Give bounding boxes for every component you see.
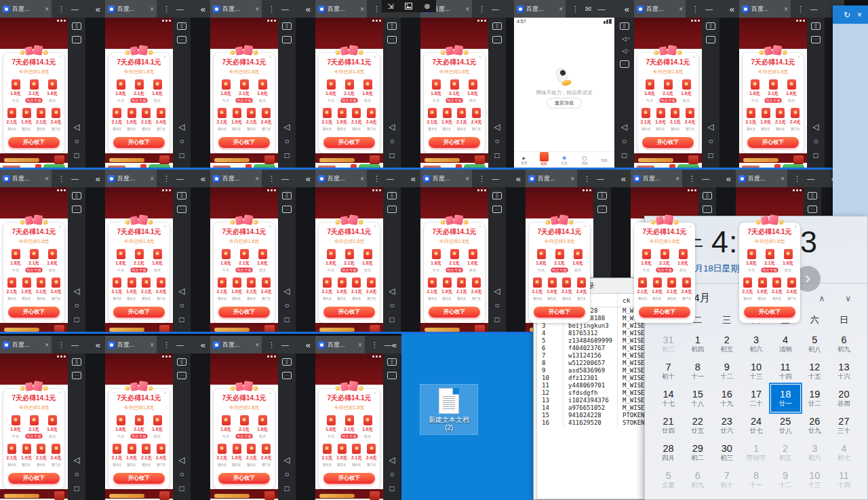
- collapse-sidebar-icon[interactable]: «: [201, 174, 205, 184]
- tab-close-icon[interactable]: ×: [360, 5, 364, 13]
- strip-green-button[interactable]: [677, 164, 699, 168]
- keyboard-icon[interactable]: ⣿: [492, 22, 502, 30]
- more-tools-icon[interactable]: ···: [808, 206, 817, 213]
- keyboard-icon[interactable]: ⣿: [492, 192, 502, 199]
- calendar-day-cell[interactable]: 6 初九: [683, 466, 712, 493]
- android-back-icon[interactable]: ◁: [73, 456, 79, 464]
- calendar-day-cell[interactable]: 3 初六: [741, 330, 770, 358]
- more-tools-icon[interactable]: ···: [492, 36, 502, 43]
- strip-green-button[interactable]: [783, 164, 804, 168]
- keyboard-icon[interactable]: ⣿: [620, 22, 629, 30]
- menu-icon[interactable]: ⋮: [371, 341, 378, 349]
- calendar-day-cell[interactable]: 2 初五: [771, 439, 800, 466]
- android-back-icon[interactable]: ◁: [283, 123, 290, 131]
- minimize-icon[interactable]: —: [597, 174, 604, 182]
- more-tools-icon[interactable]: ···: [703, 206, 712, 213]
- calendar-day-cell[interactable]: 8 十一: [741, 466, 770, 493]
- android-back-icon[interactable]: ◁: [389, 123, 395, 131]
- android-recents-icon[interactable]: □: [494, 315, 499, 324]
- calendar-day-cell[interactable]: 14 十七: [654, 385, 683, 412]
- android-recents-icon[interactable]: □: [74, 315, 79, 324]
- calendar-day-cell[interactable]: 26 廿九: [800, 412, 829, 439]
- more-tools-icon[interactable]: ···: [387, 36, 397, 43]
- calendar-day-cell[interactable]: 30 初三: [712, 439, 741, 466]
- browser-tab[interactable]: 百度... ×: [526, 170, 577, 187]
- keyboard-icon[interactable]: ⣿: [387, 192, 397, 199]
- browser-tab[interactable]: 百度... ×: [420, 170, 472, 187]
- calendar-day-cell[interactable]: 15 十八: [683, 385, 712, 412]
- tab-close-icon[interactable]: ×: [781, 175, 785, 182]
- android-home-icon[interactable]: ○: [179, 470, 184, 478]
- menu-icon[interactable]: ⋮: [478, 174, 486, 183]
- calendar-day-cell[interactable]: 3 初六: [800, 439, 829, 466]
- android-recents-icon[interactable]: □: [389, 151, 394, 159]
- calendar-day-cell[interactable]: 24 廿七: [741, 412, 770, 439]
- android-back-icon[interactable]: ◁: [812, 123, 818, 131]
- minimize-icon[interactable]: —: [492, 5, 499, 13]
- collapse-sidebar-icon[interactable]: «: [621, 174, 626, 184]
- retry-button[interactable]: 重新加载: [547, 98, 582, 109]
- android-back-icon[interactable]: ◁: [389, 287, 395, 295]
- android-recents-icon[interactable]: □: [74, 484, 79, 493]
- keyboard-icon[interactable]: ⣿: [282, 358, 292, 366]
- tab-close-icon[interactable]: ×: [45, 5, 49, 13]
- keyboard-icon[interactable]: ⣿: [177, 22, 186, 30]
- calendar-day-cell[interactable]: 27 三十: [829, 412, 859, 439]
- collapse-sidebar-icon[interactable]: «: [96, 4, 100, 14]
- collapse-sidebar-icon[interactable]: «: [306, 340, 311, 350]
- calendar-day-cell[interactable]: 10 十三: [741, 358, 770, 385]
- accept-red-packet-button[interactable]: 开心收下: [8, 473, 60, 484]
- calendar-day-cell[interactable]: 23 廿六: [712, 412, 741, 439]
- phone-nav-item[interactable]: 消息: [574, 152, 595, 168]
- strip-green-button[interactable]: [464, 164, 486, 168]
- minimize-icon[interactable]: —: [810, 5, 818, 13]
- volume-up-icon[interactable]: ◁: [622, 36, 627, 42]
- menu-icon[interactable]: ⋮: [572, 5, 579, 14]
- collapse-sidebar-icon[interactable]: «: [96, 174, 100, 184]
- volume-down-icon[interactable]: ◁: [622, 48, 627, 54]
- calendar-day-cell[interactable]: 7 初十: [712, 466, 741, 493]
- keyboard-icon[interactable]: ⣿: [282, 192, 292, 199]
- browser-tab[interactable]: 百度... ×: [210, 336, 262, 353]
- keyboard-icon[interactable]: ⣿: [808, 192, 817, 199]
- browser-tab[interactable]: 百度... ×: [736, 170, 787, 187]
- calendar-day-cell[interactable]: 19 廿二: [800, 385, 829, 412]
- android-home-icon[interactable]: ○: [622, 137, 627, 145]
- more-tools-icon[interactable]: ···: [620, 60, 629, 68]
- android-back-icon[interactable]: ◁: [178, 456, 184, 464]
- accept-red-packet-button[interactable]: 开心收下: [113, 473, 165, 484]
- calendar-day-cell[interactable]: 9 十二: [771, 466, 800, 493]
- accept-red-packet-button[interactable]: 开心收下: [113, 307, 165, 318]
- strip-green-button[interactable]: [254, 164, 275, 168]
- menu-icon[interactable]: ⋮: [797, 5, 804, 14]
- android-back-icon[interactable]: ◁: [178, 287, 184, 295]
- mail-icon[interactable]: ✉: [585, 5, 591, 14]
- accept-red-packet-button[interactable]: 开心收下: [323, 307, 375, 318]
- tab-close-icon[interactable]: ×: [465, 5, 469, 13]
- android-back-icon[interactable]: ◁: [73, 123, 79, 131]
- browser-tab[interactable]: 百度... ×: [105, 336, 157, 353]
- android-home-icon[interactable]: ○: [389, 470, 394, 478]
- android-recents-icon[interactable]: □: [179, 484, 184, 493]
- minimize-icon[interactable]: —: [384, 341, 392, 349]
- calendar-day-cell[interactable]: 4 清明: [771, 330, 800, 358]
- calendar-day-cell[interactable]: 28 四月: [654, 439, 683, 466]
- android-recents-icon[interactable]: □: [622, 151, 627, 159]
- image-icon[interactable]: [405, 3, 412, 9]
- popup-close-icon[interactable]: ×: [269, 390, 271, 395]
- minimize-icon[interactable]: —: [71, 5, 79, 13]
- close-capture-icon[interactable]: ⊗: [424, 2, 430, 11]
- phone-nav-item[interactable]: 我的: [594, 152, 614, 168]
- minimize-icon[interactable]: —: [281, 5, 289, 13]
- popup-close-icon[interactable]: ×: [797, 54, 800, 59]
- popup-close-icon[interactable]: ×: [58, 224, 61, 229]
- tab-close-icon[interactable]: ×: [45, 341, 49, 349]
- tab-close-icon[interactable]: ×: [150, 5, 154, 13]
- android-home-icon[interactable]: ○: [494, 301, 499, 309]
- menu-icon[interactable]: ⋮: [373, 5, 380, 14]
- android-recents-icon[interactable]: □: [179, 151, 184, 159]
- refresh-icon[interactable]: ↻: [844, 10, 850, 20]
- more-tools-icon[interactable]: ···: [282, 206, 292, 213]
- close-icon[interactable]: ×: [857, 10, 862, 20]
- accept-red-packet-button[interactable]: 开心收下: [8, 307, 60, 318]
